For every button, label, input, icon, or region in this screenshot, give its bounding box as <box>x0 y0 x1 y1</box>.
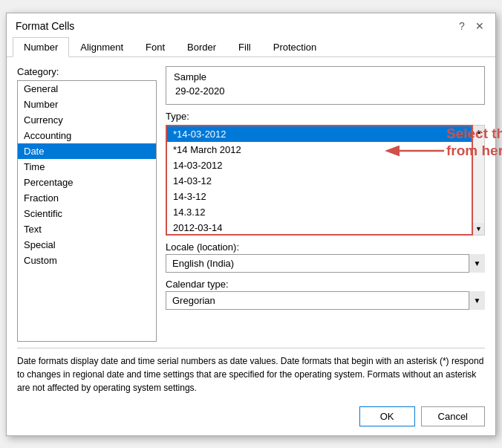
footer: OK Cancel <box>7 400 495 435</box>
type-item-0[interactable]: *14-03-2012 <box>167 126 472 142</box>
category-item-custom[interactable]: Custom <box>18 253 156 268</box>
description-text: Date formats display date and time seria… <box>17 356 483 393</box>
type-scroll-up[interactable]: ▲ <box>473 126 484 137</box>
type-scroll-down[interactable]: ▼ <box>473 223 484 235</box>
close-button[interactable]: ✕ <box>473 19 486 33</box>
type-item-2[interactable]: 14-03-2012 <box>167 158 472 173</box>
tab-protection[interactable]: Protection <box>262 37 328 57</box>
left-panel: Category: General Number Currency Accoun… <box>17 66 157 342</box>
cancel-button[interactable]: Cancel <box>421 406 485 426</box>
type-scrollbar-track <box>473 137 484 223</box>
category-list: General Number Currency Accounting Date … <box>18 81 156 341</box>
tab-number[interactable]: Number <box>13 37 69 57</box>
description-area: Date formats display date and time seria… <box>17 348 485 395</box>
type-section: Type: *14-03-2012 *14 March 2012 14-03-2… <box>166 111 485 236</box>
type-list-wrapper: *14-03-2012 *14 March 2012 14-03-2012 14… <box>166 125 473 236</box>
category-item-number[interactable]: Number <box>18 97 156 112</box>
type-label: Type: <box>166 111 485 122</box>
tabs-bar: Number Alignment Font Border Fill Protec… <box>7 36 495 57</box>
category-list-wrapper: General Number Currency Accounting Date … <box>17 80 157 342</box>
category-label: Category: <box>17 66 157 77</box>
type-item-4[interactable]: 14-3-12 <box>167 189 472 204</box>
category-item-scientific[interactable]: Scientific <box>18 206 156 221</box>
help-button[interactable]: ? <box>455 19 469 33</box>
category-item-time[interactable]: Time <box>18 159 156 175</box>
locale-section: Locale (location): English (India) Engli… <box>166 241 485 273</box>
calendar-select[interactable]: Gregorian Hijri Hebrew <box>166 291 485 310</box>
title-controls: ? ✕ <box>455 19 486 33</box>
tab-fill[interactable]: Fill <box>227 37 262 57</box>
category-item-date[interactable]: Date <box>18 143 156 159</box>
category-item-special[interactable]: Special <box>18 237 156 253</box>
calendar-select-wrapper: Gregorian Hijri Hebrew ▼ <box>166 291 485 310</box>
locale-select-wrapper: English (India) English (United States) … <box>166 254 485 273</box>
type-item-1[interactable]: *14 March 2012 <box>167 142 472 158</box>
category-item-text[interactable]: Text <box>18 221 156 237</box>
content-area: Category: General Number Currency Accoun… <box>7 57 495 400</box>
sample-value: 29-02-2020 <box>174 85 477 97</box>
calendar-section: Calendar type: Gregorian Hijri Hebrew ▼ <box>166 279 485 310</box>
tab-font[interactable]: Font <box>134 37 176 57</box>
dialog-title: Format Cells <box>16 20 74 32</box>
format-cells-dialog: Format Cells ? ✕ Number Alignment Font B… <box>6 13 496 436</box>
tab-border[interactable]: Border <box>176 37 227 57</box>
type-item-3[interactable]: 14-03-12 <box>167 173 472 189</box>
type-scrollbar: ▲ ▼ <box>473 125 485 236</box>
category-item-accounting[interactable]: Accounting <box>18 128 156 143</box>
locale-select[interactable]: English (India) English (United States) … <box>166 254 485 273</box>
category-item-general[interactable]: General <box>18 81 156 97</box>
ok-button[interactable]: OK <box>359 406 415 426</box>
category-item-currency[interactable]: Currency <box>18 112 156 128</box>
type-item-5[interactable]: 14.3.12 <box>167 204 472 220</box>
type-item-6[interactable]: 2012-03-14 <box>167 220 472 234</box>
category-item-fraction[interactable]: Fraction <box>18 190 156 206</box>
locale-label: Locale (location): <box>166 241 485 253</box>
type-list: *14-03-2012 *14 March 2012 14-03-2012 14… <box>167 126 472 234</box>
category-item-percentage[interactable]: Percentage <box>18 175 156 190</box>
calendar-label: Calendar type: <box>166 279 485 290</box>
sample-label: Sample <box>174 71 477 82</box>
tab-alignment[interactable]: Alignment <box>69 37 134 57</box>
title-bar: Format Cells ? ✕ <box>7 13 495 36</box>
sample-box: Sample 29-02-2020 <box>166 66 485 105</box>
main-area: Category: General Number Currency Accoun… <box>17 66 485 342</box>
right-panel: Sample 29-02-2020 Type: *14-03-2012 *14 … <box>166 66 485 342</box>
